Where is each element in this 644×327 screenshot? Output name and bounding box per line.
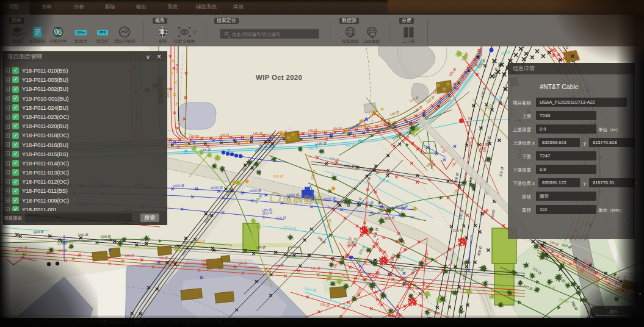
svg-text:WIP Oct 2020: WIP Oct 2020 — [256, 74, 302, 81]
svg-text:UN Ø: UN Ø — [58, 249, 68, 253]
svg-text:UN Ø: UN Ø — [18, 246, 28, 250]
svg-text:域碼郵街: 域碼郵街 — [282, 195, 324, 205]
svg-text:UN Ø: UN Ø — [238, 261, 248, 265]
svg-text:UN Ø: UN Ø — [367, 168, 377, 173]
svg-text:600 Ø: 600 Ø — [344, 164, 355, 168]
svg-text:1000 Ø: 1000 Ø — [172, 184, 184, 188]
svg-text:600 Ø: 600 Ø — [273, 174, 283, 178]
svg-text:UN Ø: UN Ø — [311, 266, 321, 270]
svg-text:UN Ø: UN Ø — [256, 245, 266, 250]
svg-text:UN Ø: UN Ø — [220, 133, 230, 137]
svg-text:UN Ø: UN Ø — [175, 64, 179, 74]
svg-text:1000 Ø: 1000 Ø — [324, 196, 336, 201]
svg-text:UN Ø: UN Ø — [125, 254, 135, 258]
svg-text:UN Ø: UN Ø — [317, 142, 327, 146]
svg-text:UN Ø: UN Ø — [333, 126, 342, 131]
svg-text:225 Ø: 225 Ø — [453, 228, 463, 232]
svg-text:225 Ø: 225 Ø — [57, 241, 68, 245]
svg-text:UN Ø: UN Ø — [159, 256, 168, 261]
svg-text:UN Ø: UN Ø — [253, 131, 263, 135]
svg-text:600 Ø: 600 Ø — [101, 235, 111, 239]
svg-text:250 Ø: 250 Ø — [308, 146, 319, 151]
svg-text:600 Ø: 600 Ø — [195, 240, 206, 243]
svg-text:UN Ø: UN Ø — [189, 135, 199, 139]
svg-text:UN Ø: UN Ø — [308, 129, 318, 133]
svg-text:UN Ø: UN Ø — [275, 264, 284, 268]
svg-text:600 Ø: 600 Ø — [78, 233, 89, 237]
svg-text:1000 Ø: 1000 Ø — [249, 189, 261, 193]
svg-text:1000 Ø: 1000 Ø — [361, 201, 374, 205]
svg-text:1000 Ø: 1000 Ø — [211, 185, 223, 190]
